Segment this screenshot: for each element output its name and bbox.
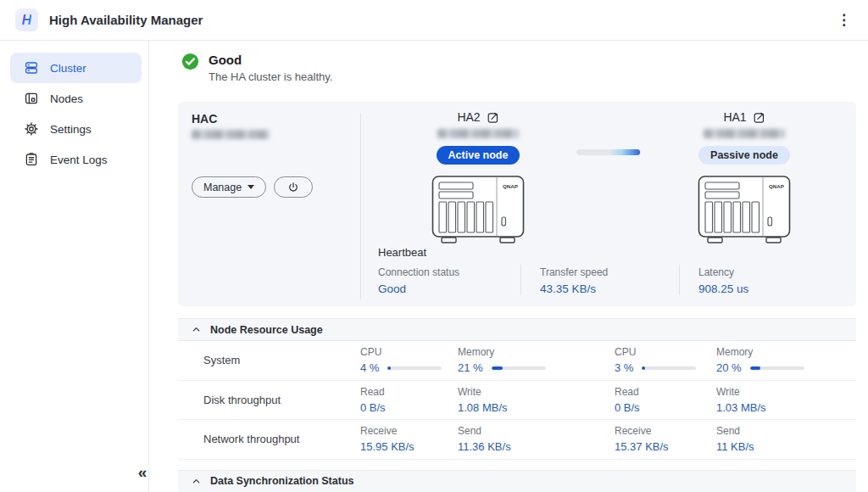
power-icon (287, 182, 299, 193)
sidebar-item-settings[interactable]: Settings (10, 114, 142, 144)
main-content: Good The HA cluster is healthy. HAC Mana… (149, 41, 868, 492)
sidebar-item-cluster[interactable]: Cluster (10, 53, 142, 83)
read-cell: Read 0 B/s (615, 386, 716, 414)
cluster-card: HAC Manage HA2 (178, 102, 856, 306)
app-logo-icon: H (15, 8, 38, 31)
sidebar-item-label: Event Logs (50, 154, 108, 166)
send-cell: Send 11.36 KB/s (458, 425, 615, 453)
sidebar-item-label: Cluster (50, 62, 86, 75)
manage-button[interactable]: Manage (192, 176, 266, 198)
node-ip-redacted (437, 129, 519, 138)
app-title: High Availability Manager (49, 13, 203, 27)
read-cell: Read 0 B/s (360, 386, 458, 414)
nas-device-illustration: QNAP (697, 175, 792, 246)
cpu-cell: CPU 3 % (615, 346, 716, 374)
edit-icon[interactable] (753, 111, 765, 124)
write-cell: Write 1.08 MB/s (458, 386, 615, 414)
heartbeat-latency: Latency 908.25 us (679, 265, 856, 295)
node-name: HA1 (723, 110, 746, 124)
node-resource-usage-header[interactable]: Node Resource Usage (178, 318, 856, 341)
sidebar-item-nodes[interactable]: Nodes (10, 83, 142, 114)
manage-button-label: Manage (203, 182, 242, 193)
passive-node-badge: Passive node (698, 146, 790, 165)
memory-cell: Memory 20 % (716, 346, 856, 374)
kebab-menu-icon[interactable]: ⋮ (837, 11, 851, 30)
data-sync-status-header[interactable]: Data Synchronization Status (178, 470, 856, 492)
heartbeat-section: Heartbeat Connection status Good Transfe… (361, 246, 856, 306)
cluster-health-status: Good The HA cluster is healthy. (181, 53, 856, 83)
receive-cell: Receive 15.37 KB/s (615, 425, 716, 453)
dropdown-caret-icon (248, 185, 254, 189)
sidebar-item-label: Settings (50, 123, 92, 136)
cpu-usage-bar (642, 366, 696, 370)
nodes-icon (24, 91, 39, 106)
gear-icon (24, 121, 39, 137)
memory-usage-bar (750, 366, 804, 370)
node-name: HA2 (457, 110, 480, 124)
power-button[interactable] (274, 176, 313, 198)
nas-device-illustration: QNAP (431, 175, 526, 246)
memory-usage-bar (492, 366, 546, 370)
active-node-badge: Active node (437, 146, 520, 165)
heartbeat-transfer-speed: Transfer speed 43.35 KB/s (520, 265, 679, 295)
cluster-name: HAC (192, 112, 360, 126)
sidebar-item-label: Nodes (50, 92, 83, 105)
check-circle-icon (181, 53, 199, 70)
node-ip-redacted (704, 129, 785, 138)
event-logs-icon (24, 152, 39, 167)
svg-text:QNAP: QNAP (769, 183, 784, 189)
memory-cell: Memory 21 % (458, 346, 615, 374)
sidebar: Cluster Nodes Settings Event Logs « (0, 41, 149, 492)
write-cell: Write 1.03 MB/s (716, 386, 856, 414)
heartbeat-connection-status: Connection status Good (378, 265, 520, 295)
sync-transfer-progress (609, 149, 640, 155)
sync-transfer-bar (576, 149, 641, 155)
node-ha2: HA2 Active node (410, 110, 546, 246)
cluster-ip-redacted (192, 130, 270, 139)
send-cell: Send 11 KB/s (716, 425, 856, 453)
cluster-info-panel: HAC Manage (178, 102, 360, 306)
cpu-usage-bar (387, 366, 442, 370)
cluster-icon (24, 60, 39, 75)
chevron-up-icon (192, 325, 201, 334)
section-title: Data Synchronization Status (210, 475, 353, 487)
cpu-cell: CPU 4 % (360, 346, 458, 374)
table-row-system: System CPU 4 % Memory 21 % CPU 3 % Memor… (178, 341, 856, 381)
resource-table: System CPU 4 % Memory 21 % CPU 3 % Memor… (178, 341, 856, 460)
table-row-disk: Disk throughput Read 0 B/s Write 1.08 MB… (178, 381, 856, 421)
node-ha1: HA1 Passive node (676, 110, 812, 246)
nodes-panel: HA2 Active node (361, 102, 856, 306)
chevron-up-icon (192, 477, 201, 486)
status-title: Good (209, 53, 332, 67)
svg-text:QNAP: QNAP (503, 183, 518, 189)
status-subtitle: The HA cluster is healthy. (209, 70, 332, 83)
table-row-network: Network throughput Receive 15.95 KB/s Se… (178, 420, 856, 460)
edit-icon[interactable] (487, 111, 499, 124)
heartbeat-title: Heartbeat (378, 246, 856, 259)
sidebar-item-event-logs[interactable]: Event Logs (10, 144, 142, 175)
section-title: Node Resource Usage (210, 324, 323, 336)
receive-cell: Receive 15.95 KB/s (360, 425, 458, 453)
top-bar: H High Availability Manager ⋮ (0, 0, 868, 41)
